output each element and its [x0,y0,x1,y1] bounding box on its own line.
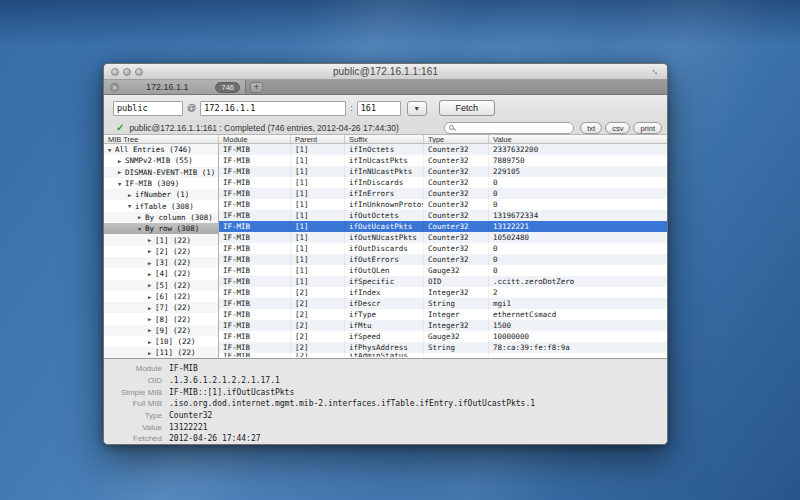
column-header-module[interactable]: Module [219,135,291,143]
search-field[interactable] [444,122,574,134]
disclosure-closed-icon[interactable]: ▶ [128,192,135,198]
cell-suffix: ifAdminStatus [345,353,424,357]
disclosure-closed-icon[interactable]: ▶ [148,327,155,333]
host-input[interactable] [200,101,346,116]
cell-parent: [1] [291,243,345,254]
table-row[interactable]: IF-MIB[2]ifIndexInteger322 [219,287,667,298]
print-button[interactable]: print [633,122,662,134]
disclosure-open-icon[interactable]: ▼ [118,181,125,187]
tree-item[interactable]: ▶[1] (22) [104,234,218,245]
cell-parent: [1] [291,254,345,265]
tree-item[interactable]: ▼By row (308) [104,223,218,234]
disclosure-closed-icon[interactable]: ▶ [148,350,155,356]
disclosure-closed-icon[interactable]: ▶ [118,158,125,164]
tree-item[interactable]: ▶[9] (22) [104,325,218,336]
tree-item[interactable]: ▶[2] (22) [104,246,218,257]
column-header-parent[interactable]: Parent [291,135,345,143]
table-row[interactable]: IF-MIB[1]ifInErrorsCounter320 [219,188,667,199]
cell-parent: [1] [291,210,345,221]
column-header-type[interactable]: Type [424,135,489,143]
port-input[interactable] [357,101,401,116]
community-input[interactable] [113,101,183,116]
search-input[interactable] [454,123,573,133]
fetch-button[interactable]: Fetch [439,100,495,116]
table-row[interactable]: IF-MIB[1]ifInNUcastPktsCounter32229105 [219,166,667,177]
disclosure-closed-icon[interactable]: ▶ [148,237,155,243]
tree-item[interactable]: ▶[8] (22) [104,313,218,324]
tree-item-label: By row (308) [145,224,199,233]
cell-value: ethernetCsmacd [489,309,667,320]
title-bar[interactable]: public@172.16.1.1:161 ↔ [104,64,667,80]
status-row: ✓ public@172.16.1.1:161 : Completed (746… [104,121,667,134]
disclosure-closed-icon[interactable]: ▶ [148,305,155,311]
disclosure-closed-icon[interactable]: ▶ [118,169,125,175]
export-txt-button[interactable]: txt [580,122,602,134]
detail-value: 2012-04-26 17:44:27 [169,434,261,443]
table-row[interactable]: IF-MIB[1]ifInUcastPktsCounter327889750 [219,155,667,166]
tree-item[interactable]: ▶[5] (22) [104,280,218,291]
cell-module: IF-MIB [219,353,291,357]
table-row[interactable]: IF-MIB[2]ifSpeedGauge3210000000 [219,331,667,342]
table-row[interactable]: IF-MIB[2]ifTypeIntegerethernetCsmacd [219,309,667,320]
disclosure-closed-icon[interactable]: ▶ [148,294,155,300]
tab-session[interactable]: × 172.16.1.1 746 [104,80,246,94]
table-row[interactable]: IF-MIB[1]ifOutDiscardsCounter320 [219,243,667,254]
disclosure-closed-icon[interactable]: ▶ [148,282,155,288]
table-row[interactable]: IF-MIB[1]ifOutErrorsCounter320 [219,254,667,265]
tree-item[interactable]: ▶By column (308) [104,212,218,223]
export-csv-button[interactable]: csv [605,122,630,134]
column-headers: MIB Tree Module Parent Suffix Type Value [104,134,667,144]
cell-value [489,353,667,357]
table-row[interactable]: IF-MIB[1]ifOutQLenGauge320 [219,265,667,276]
tab-bar: × 172.16.1.1 746 + [104,80,667,95]
table-row[interactable]: IF-MIB[1]ifOutUcastPktsCounter3213122221 [219,221,667,232]
table-row[interactable]: IF-MIB[1]ifInUnknownProtosCounter320 [219,199,667,210]
disclosure-open-icon[interactable]: ▼ [128,203,135,209]
tree-item[interactable]: ▶ifNumber (1) [104,189,218,200]
tree-item-label: [2] (22) [155,247,191,256]
tree-item[interactable]: ▶[3] (22) [104,257,218,268]
disclosure-closed-icon[interactable]: ▶ [148,260,155,266]
table-row[interactable]: IF-MIB[2]ifMtuInteger321500 [219,320,667,331]
disclosure-closed-icon[interactable]: ▶ [148,271,155,277]
add-tab-button[interactable]: + [250,82,263,93]
disclosure-open-icon[interactable]: ▼ [138,226,145,232]
disclosure-closed-icon[interactable]: ▶ [148,339,155,345]
tree-item[interactable]: ▶[6] (22) [104,291,218,302]
table-row[interactable]: IF-MIB[1]ifInOctetsCounter322337632200 [219,144,667,155]
tab-close-icon[interactable]: × [110,83,119,92]
port-dropdown-button[interactable]: ▼ [407,101,427,116]
tree-item[interactable]: ▼All Entries (746) [104,144,218,155]
column-header-value[interactable]: Value [489,135,667,143]
tree-item[interactable]: ▶SNMPv2-MIB (55) [104,155,218,166]
column-header-suffix[interactable]: Suffix [345,135,424,143]
table-row[interactable]: IF-MIB[2]ifAdminStatus [219,353,667,357]
cell-parent: [1] [291,221,345,232]
table-row[interactable]: IF-MIB[1]ifSpecificOID.ccitt.zeroDotZero [219,276,667,287]
tree-item[interactable]: ▼IF-MIB (309) [104,178,218,189]
cell-module: IF-MIB [219,298,291,309]
tree-item[interactable]: ▶DISMAN-EVENT-MIB (1) [104,167,218,178]
cell-type: Counter32 [424,199,489,210]
tree-item-label: ifTable (308) [135,202,194,211]
tree-item[interactable]: ▶[11] (22) [104,347,218,358]
table-row[interactable]: IF-MIB[1]ifOutOctetsCounter321319672334 [219,210,667,221]
results-table: IF-MIB[1]ifInOctetsCounter322337632200IF… [219,144,667,358]
disclosure-closed-icon[interactable]: ▶ [148,316,155,322]
cell-module: IF-MIB [219,320,291,331]
table-row[interactable]: IF-MIB[2]ifPhysAddressString78:ca:39:fe:… [219,342,667,353]
disclosure-closed-icon[interactable]: ▶ [148,248,155,254]
table-row[interactable]: IF-MIB[1]ifOutNUcastPktsCounter321050248… [219,232,667,243]
tree-item[interactable]: ▶[10] (22) [104,336,218,347]
tree-item[interactable]: ▼ifTable (308) [104,200,218,211]
mib-tree-header[interactable]: MIB Tree [104,135,219,143]
disclosure-open-icon[interactable]: ▼ [108,147,115,153]
cell-parent: [2] [291,342,345,353]
detail-value: Counter32 [169,411,212,420]
cell-parent: [2] [291,331,345,342]
disclosure-closed-icon[interactable]: ▶ [138,214,145,220]
table-row[interactable]: IF-MIB[1]ifInDiscardsCounter320 [219,177,667,188]
tree-item[interactable]: ▶[4] (22) [104,268,218,279]
tree-item[interactable]: ▶[7] (22) [104,302,218,313]
table-row[interactable]: IF-MIB[2]ifDescrStringmgi1 [219,298,667,309]
